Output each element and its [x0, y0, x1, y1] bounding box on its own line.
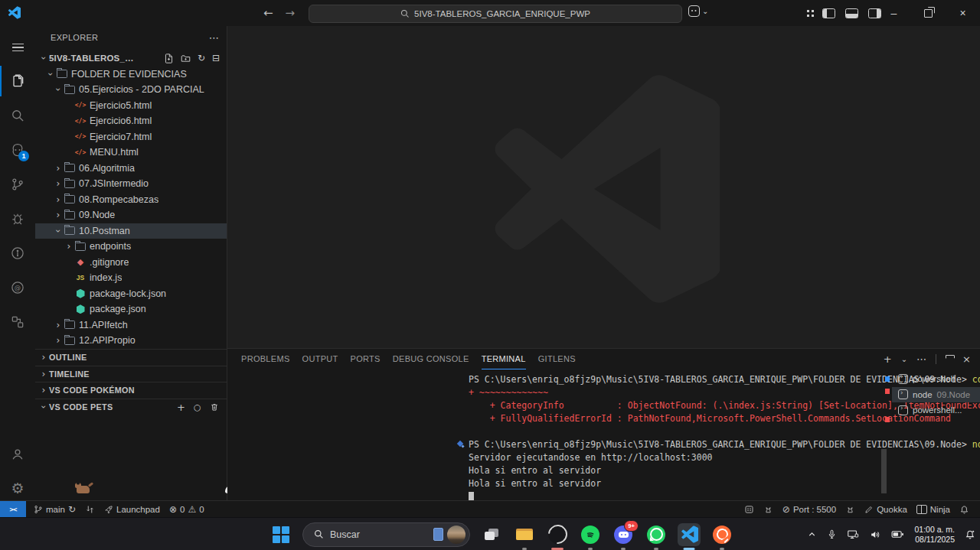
vscode-button[interactable] — [678, 523, 701, 546]
add-pet-icon[interactable]: + — [177, 402, 185, 413]
new-folder-icon[interactable] — [181, 54, 191, 63]
maximize-panel-icon[interactable] — [946, 355, 953, 363]
discord-button[interactable]: 9+ — [612, 523, 635, 546]
tree-item-file[interactable]: Ejercicio7.html — [35, 129, 227, 145]
quokka-item[interactable]: Quokka — [860, 501, 912, 518]
terminal-session[interactable]: powershell... — [892, 402, 980, 418]
tree-item-file[interactable]: index.js — [35, 270, 227, 286]
forward-arrow-button[interactable]: → — [286, 6, 296, 20]
terminal-scrollbar[interactable] — [881, 449, 887, 493]
problems-item[interactable]: ⊗ 0 ⚠ 0 — [165, 501, 209, 518]
roll-call-icon[interactable]: ○ — [194, 402, 201, 412]
gitlens-compare-item[interactable] — [80, 501, 100, 518]
trash-icon[interactable] — [210, 402, 219, 412]
remote-indicator[interactable]: >< — [0, 501, 26, 518]
section-outline[interactable]: OUTLINE — [35, 349, 227, 366]
terminal-session-list: powershell node09.Node powershell... — [892, 371, 980, 418]
back-arrow-button[interactable]: ← — [263, 6, 273, 20]
new-file-icon[interactable] — [164, 54, 174, 63]
tree-item-folder-selected[interactable]: 10.Postman — [35, 223, 227, 239]
tree-item-folder[interactable]: endpoints — [35, 239, 227, 255]
gitlens-inspect-activity-button[interactable]: @ — [0, 272, 35, 303]
new-terminal-icon[interactable]: + — [884, 353, 892, 365]
tree-item-folder[interactable]: 09.Node — [35, 207, 227, 223]
tab-output[interactable]: OUTPUT — [302, 349, 338, 369]
tree-item-file[interactable]: MENU.html — [35, 145, 227, 161]
tab-terminal[interactable]: TERMINAL — [482, 349, 526, 369]
tab-gitlens[interactable]: GITLENS — [538, 349, 576, 369]
copilot-menu-button[interactable]: ⌄ — [688, 5, 708, 17]
search-activity-button[interactable] — [0, 100, 35, 131]
terminal-session-selected[interactable]: node09.Node — [892, 387, 980, 403]
notifications-bell-icon[interactable] — [965, 529, 975, 540]
launchpad-item[interactable]: Launchpad — [100, 501, 165, 518]
minimize-button[interactable]: – — [877, 0, 911, 26]
remote-explorer-activity-button[interactable] — [0, 307, 35, 337]
tree-item-root[interactable]: 5IV8-TABLEROS_GARCIA_... ↻ ⊟ — [35, 50, 227, 67]
copilot-activity-button[interactable]: 1 — [0, 135, 35, 165]
collapse-all-icon[interactable]: ⊟ — [212, 53, 220, 63]
command-center-search[interactable]: 5IV8-TABLEROS_GARCIA_ENRIQUE_PWP — [309, 5, 682, 23]
pets-playground — [35, 412, 227, 500]
refresh-icon[interactable]: ↻ — [198, 53, 205, 63]
tab-problems[interactable]: PROBLEMS — [241, 349, 290, 369]
source-control-activity-button[interactable] — [0, 169, 35, 200]
taskbar-search[interactable]: Buscar — [302, 522, 470, 547]
whatsapp-button[interactable] — [645, 523, 668, 546]
section-vscode-pokemon[interactable]: VS CODE POKÉMON — [35, 382, 227, 399]
chevron-down-icon[interactable]: ⌄ — [901, 355, 907, 363]
tree-item-file[interactable]: package.json — [35, 301, 227, 317]
start-button[interactable] — [270, 523, 292, 546]
network-display-icon[interactable] — [847, 529, 859, 540]
accounts-button[interactable] — [0, 439, 35, 470]
explorer-activity-button[interactable] — [0, 66, 35, 96]
tree-item-folder[interactable]: 06.Algoritmia — [35, 161, 227, 177]
live-server-port-item[interactable]: ⊘ Port : 5500 — [778, 501, 841, 518]
speaker-icon[interactable] — [869, 529, 881, 540]
tree-item-file[interactable]: package-lock.json — [35, 286, 227, 302]
postman-button[interactable] — [710, 523, 733, 546]
section-timeline[interactable]: TIMELINE — [35, 366, 227, 382]
tray-clock[interactable]: 01:00 a. m. 08/11/2025 — [914, 525, 955, 545]
task-view-button[interactable] — [480, 523, 503, 546]
ninja-item[interactable]: Ninja — [912, 501, 955, 518]
browser-button[interactable] — [546, 523, 569, 546]
more-actions-icon[interactable]: ⋯ — [209, 32, 219, 44]
spotify-button[interactable] — [579, 523, 602, 546]
tab-ports[interactable]: PORTS — [351, 349, 381, 369]
gitlens-activity-button[interactable] — [0, 238, 35, 268]
menu-hamburger-button[interactable] — [0, 32, 35, 63]
file-explorer-button[interactable] — [513, 523, 536, 546]
pets-grid-item[interactable] — [740, 501, 759, 518]
tree-item-file[interactable]: .gitignore — [35, 255, 227, 271]
more-actions-icon[interactable]: ⋯ — [916, 353, 926, 365]
toggle-panel-icon[interactable] — [845, 8, 858, 18]
debug-activity-button[interactable] — [0, 203, 35, 234]
pet-status-item[interactable] — [759, 501, 778, 518]
tree-item-folder[interactable]: 07.JSIntermedio — [35, 176, 227, 192]
tray-chevron-up-icon[interactable] — [807, 529, 817, 539]
tree-item-folder[interactable]: FOLDER DE EVIDENCIAS — [35, 67, 227, 83]
close-button[interactable]: × — [946, 0, 980, 26]
notifications-item[interactable] — [955, 501, 974, 518]
toggle-sidebar-left-icon[interactable] — [822, 8, 835, 18]
editor-area — [227, 26, 980, 348]
restore-button[interactable] — [911, 0, 946, 26]
pokemon-status-item[interactable] — [841, 501, 860, 518]
battery-icon[interactable] — [891, 529, 904, 539]
settings-button[interactable]: ⚙ — [0, 473, 35, 503]
branch-item[interactable]: main ↻ — [29, 501, 80, 518]
tree-item-folder[interactable]: 08.Rompecabezas — [35, 192, 227, 208]
terminal-session[interactable]: powershell — [892, 371, 980, 387]
tab-debug-console[interactable]: DEBUG CONSOLE — [393, 349, 469, 369]
rocket-icon — [104, 505, 113, 514]
port-blocked-icon: ⊘ — [782, 504, 790, 515]
tree-item-file[interactable]: Ejercicio6.html — [35, 113, 227, 129]
microphone-icon[interactable] — [827, 529, 837, 540]
tree-item-folder[interactable]: 12.APIPropio — [35, 333, 227, 349]
tree-item-folder[interactable]: 05.Ejercicios - 2DO PARCIAL — [35, 82, 227, 98]
tree-item-file[interactable]: Ejercicio5.html — [35, 98, 227, 114]
customize-layout-icon[interactable] — [807, 10, 809, 12]
tree-item-folder[interactable]: 11.APIfetch — [35, 317, 227, 334]
close-panel-icon[interactable]: × — [962, 353, 971, 365]
